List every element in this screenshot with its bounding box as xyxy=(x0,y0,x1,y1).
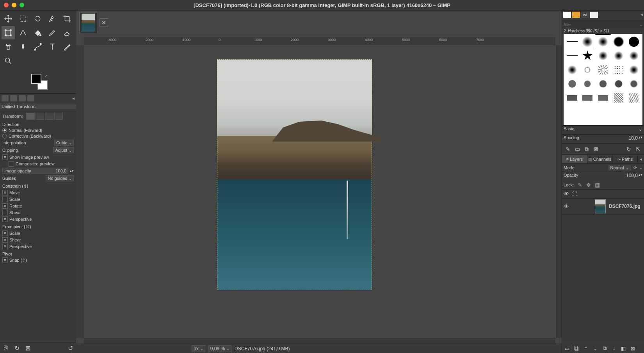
undo-history-tab-icon[interactable] xyxy=(19,95,26,101)
constrain-rotate-cb[interactable] xyxy=(2,203,8,209)
brush-preset-label[interactable]: Basic, xyxy=(564,126,639,133)
zoom-dropdown[interactable]: 9,09 %⌄ xyxy=(208,345,231,352)
path-tool[interactable] xyxy=(31,40,44,53)
guides-dropdown[interactable]: No guides⌄ xyxy=(46,175,74,181)
color-picker-tool[interactable] xyxy=(60,40,74,53)
vertical-ruler[interactable] xyxy=(76,45,84,338)
duplicate-layer-icon[interactable]: ⧉ xyxy=(601,345,608,352)
composited-checkbox[interactable] xyxy=(9,161,14,167)
new-group-icon[interactable]: ⿻ xyxy=(573,345,580,352)
show-preview-checkbox[interactable] xyxy=(2,154,8,160)
refresh-brushes-icon[interactable]: ↻ xyxy=(625,145,632,153)
new-layer-icon[interactable]: ▭ xyxy=(564,345,571,352)
transform-target-path[interactable] xyxy=(45,113,53,120)
delete-brush-icon[interactable]: ⊠ xyxy=(592,145,600,153)
constrain-move-cb[interactable] xyxy=(2,190,8,195)
tab-menu-icon[interactable]: ◂ xyxy=(72,96,75,101)
pivot-snap-cb[interactable] xyxy=(2,257,8,263)
fonts-tab-icon[interactable]: Aa xyxy=(581,12,589,18)
pivot-scale-cb[interactable] xyxy=(2,231,8,236)
edit-brush-icon[interactable]: ✎ xyxy=(564,145,571,153)
transform-target-selection[interactable] xyxy=(36,113,44,120)
move-tool[interactable] xyxy=(2,12,15,25)
bucket-fill-tool[interactable] xyxy=(31,26,44,39)
lower-layer-icon[interactable]: ⌄ xyxy=(592,345,599,352)
channels-tab[interactable]: ▥ Channels xyxy=(587,155,613,163)
panel-tabs: ≡ Layers ▥ Channels ⤳ Paths ◂ xyxy=(562,155,644,164)
mode-reset-icon[interactable]: ⟳ xyxy=(633,165,637,170)
raise-layer-icon[interactable]: ⌃ xyxy=(582,345,589,352)
new-brush-icon[interactable]: ▭ xyxy=(574,145,581,153)
constrain-scale-cb[interactable] xyxy=(2,197,8,202)
clipping-dropdown[interactable]: Adjust⌄ xyxy=(53,147,74,153)
horizontal-scrollbar[interactable] xyxy=(84,338,555,344)
crop-tool[interactable] xyxy=(60,12,74,25)
restore-preset-icon[interactable]: ↻ xyxy=(13,344,20,351)
images-tab-icon[interactable] xyxy=(27,95,34,101)
constrain-shear-cb[interactable] xyxy=(2,210,8,215)
constrain-move-label: Move xyxy=(9,190,20,195)
visibility-header-icon[interactable]: 👁 xyxy=(564,191,569,197)
tab-menu-right-icon[interactable]: ◂ xyxy=(640,12,643,20)
zoom-tool[interactable] xyxy=(2,54,15,67)
color-swatch[interactable]: ⤢ xyxy=(31,74,48,90)
layers-tab[interactable]: ≡ Layers xyxy=(562,155,587,163)
smudge-tool[interactable] xyxy=(16,40,30,53)
warp-tool[interactable] xyxy=(16,26,30,39)
merge-down-icon[interactable]: ⤓ xyxy=(610,345,617,352)
image-tab[interactable] xyxy=(79,12,97,33)
image-opacity-field[interactable]: Image opacity100,0 xyxy=(2,168,68,174)
delete-layer-icon[interactable]: ⊠ xyxy=(629,345,636,352)
mask-icon[interactable]: ◧ xyxy=(620,345,627,352)
opacity-value[interactable]: 100,0 xyxy=(626,173,638,180)
delete-preset-icon[interactable]: ⊠ xyxy=(24,344,31,351)
layer-row[interactable]: 👁 DSCF7076.jpg xyxy=(562,199,644,215)
paths-tab[interactable]: ⤳ Paths xyxy=(612,155,638,163)
layer-name[interactable]: DSCF7076.jpg xyxy=(609,204,640,209)
document-history-tab-icon[interactable] xyxy=(590,12,598,18)
interpolation-dropdown[interactable]: Cubic⌄ xyxy=(54,140,74,146)
pivot-shear-cb[interactable] xyxy=(2,237,8,243)
paintbrush-tool[interactable] xyxy=(46,26,59,39)
lock-position-icon[interactable]: ✥ xyxy=(586,182,591,188)
direction-corrective-radio[interactable] xyxy=(2,134,7,138)
direction-normal-radio[interactable] xyxy=(2,128,7,133)
lock-pixels-icon[interactable]: ✎ xyxy=(578,182,582,188)
fuzzy-select-tool[interactable] xyxy=(46,12,59,25)
left-dock: ⤢ ◂ Unified Transform Transform: xyxy=(0,11,76,353)
link-header-icon[interactable]: ⛶ xyxy=(572,191,577,197)
canvas[interactable] xyxy=(84,45,556,338)
swap-colors-icon[interactable]: ⤢ xyxy=(44,74,48,78)
unit-dropdown[interactable]: px⌄ xyxy=(192,345,205,352)
free-select-tool[interactable] xyxy=(31,12,44,25)
spacing-value[interactable]: 10,0 xyxy=(629,135,638,142)
brush-grid[interactable] xyxy=(564,34,642,125)
rect-select-tool[interactable] xyxy=(16,12,30,25)
eraser-tool[interactable] xyxy=(60,26,74,39)
brush-filter-input[interactable]: filter⌄ xyxy=(562,21,644,28)
device-status-tab-icon[interactable] xyxy=(10,95,17,101)
foreground-color[interactable] xyxy=(31,74,41,84)
clone-tool[interactable] xyxy=(2,40,15,53)
pivot-perspective-cb[interactable] xyxy=(2,244,8,249)
panel-tab-menu-icon[interactable]: ◂ xyxy=(638,155,644,163)
mode-dropdown[interactable]: Normal⌄ xyxy=(608,165,631,170)
open-brush-icon[interactable]: ⇱ xyxy=(635,145,642,153)
close-image-icon[interactable]: ✕ xyxy=(100,18,108,27)
tool-options-tab-icon[interactable] xyxy=(2,95,9,101)
save-preset-icon[interactable]: ⎘ xyxy=(2,344,9,351)
patterns-tab-icon[interactable] xyxy=(572,12,580,18)
lock-alpha-icon[interactable]: ▦ xyxy=(595,182,600,188)
duplicate-brush-icon[interactable]: ⧉ xyxy=(583,145,590,153)
unified-transform-tool[interactable] xyxy=(2,26,15,39)
constrain-perspective-cb[interactable] xyxy=(2,216,8,222)
brushes-tab-icon[interactable] xyxy=(563,12,571,18)
transform-target-layer[interactable] xyxy=(26,113,35,120)
vertical-scrollbar[interactable] xyxy=(556,45,562,338)
transform-target-image[interactable] xyxy=(54,113,63,120)
layer-visibility-icon[interactable]: 👁 xyxy=(564,203,569,209)
horizontal-ruler[interactable]: -3000 -2000 -1000 0 1000 2000 3000 4000 … xyxy=(84,37,555,45)
text-tool[interactable] xyxy=(46,40,59,53)
reset-icon[interactable]: ↺ xyxy=(67,344,74,351)
svg-point-3 xyxy=(10,30,12,31)
